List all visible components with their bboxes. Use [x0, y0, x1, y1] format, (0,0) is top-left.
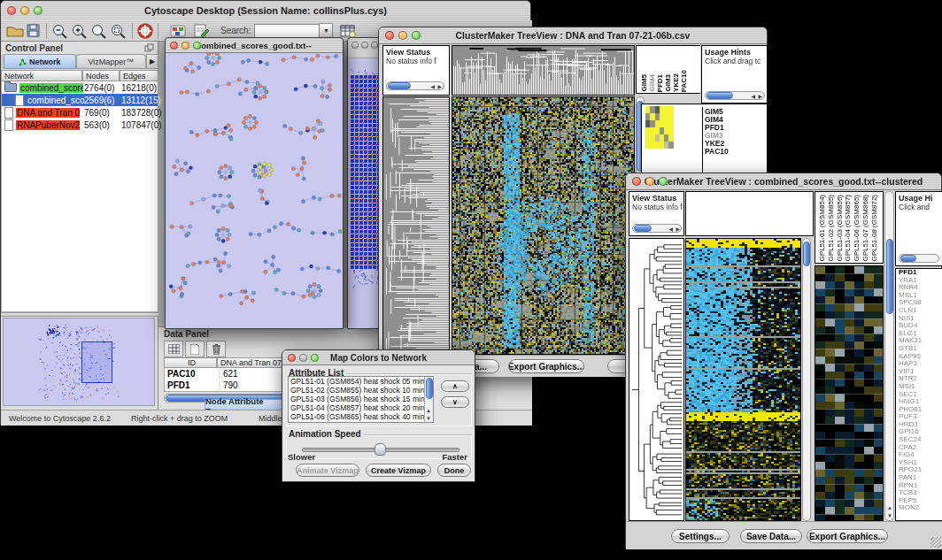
zoom-heatmap-panel[interactable] — [815, 265, 884, 521]
matrix-row-label[interactable]: PAC10 — [703, 148, 768, 156]
column-header-nodes[interactable]: Nodes — [82, 70, 120, 81]
dialog-titlebar[interactable]: Map Colors to Network — [282, 350, 475, 365]
panel-divider[interactable] — [1, 312, 158, 317]
hscroll-thumb[interactable] — [634, 225, 652, 232]
matrix-column-label[interactable]: GIM3 — [664, 74, 672, 92]
slider-thumb[interactable] — [374, 443, 386, 456]
matrix-column-labels[interactable]: GIM5GIM4PFD1GIM3YKE2PAC10 — [636, 45, 700, 94]
attribute-list-item[interactable]: GPL51-01 (GSM854) heat shock 05 min — [289, 377, 433, 386]
network-tree-row[interactable]: combined_sco2569(6)13112(15) — [2, 94, 158, 106]
zoom-window-icon[interactable] — [371, 42, 378, 49]
treeview-window-combined[interactable]: ClusterMaker TreeView : combined_scores_… — [625, 173, 942, 548]
heatmap-panel[interactable] — [452, 96, 635, 355]
map-colors-dialog[interactable]: Map Colors to Network Attribute List GPL… — [282, 349, 475, 482]
network-view-titlebar[interactable]: combined_scores_good.txt--cluste... — [166, 38, 343, 53]
treeview1-titlebar[interactable]: ClusterMaker TreeView : DNA and Tran 07-… — [379, 27, 767, 44]
attribute-list-item[interactable]: GPL51-02 (GSM855) heat shock 10 min — [289, 386, 433, 395]
move-up-button[interactable]: ∧ — [441, 380, 469, 392]
minimize-icon[interactable] — [398, 31, 407, 40]
hscroll-thumb[interactable] — [900, 255, 916, 262]
grid-icon[interactable] — [164, 341, 183, 357]
zoom-window-icon[interactable] — [311, 354, 319, 362]
animation-speed-slider[interactable] — [302, 442, 458, 455]
background-network-window[interactable] — [347, 37, 382, 329]
network-tree-row[interactable]: RNAPuberNov2+563(0)107847(0) — [2, 119, 158, 131]
network-overview[interactable] — [3, 318, 155, 406]
array-column-label[interactable]: GPL51-07 (GSM868) — [861, 195, 869, 262]
close-icon[interactable] — [632, 177, 641, 186]
minimize-icon[interactable] — [299, 354, 307, 362]
save-data-button[interactable]: Save Data... — [740, 529, 802, 543]
attribute-list-item[interactable]: GPL51-03 (GSM856) heat shock 15 min — [289, 395, 433, 403]
minimize-icon[interactable] — [20, 6, 29, 15]
global-vscrollbar[interactable] — [802, 238, 811, 521]
similarity-matrix[interactable] — [645, 106, 674, 149]
main-titlebar[interactable]: Cytoscape Desktop (Session Name: collins… — [1, 1, 530, 21]
zoom-window-icon[interactable] — [34, 6, 42, 15]
zoomview-vscrollbar[interactable]: ▲ ▼ — [884, 191, 894, 521]
export-graphics-button[interactable]: Export Graphics... — [807, 529, 888, 543]
row-dendrogram-panel[interactable] — [382, 96, 450, 355]
attribute-list-item[interactable]: GPL51-07 (GSM868) heat shock 60 min — [289, 421, 433, 423]
column-dendrogram-panel[interactable] — [685, 191, 814, 236]
array-column-label[interactable]: GPL51-06 (GSM865) — [853, 195, 861, 262]
matrix-cell[interactable] — [668, 142, 673, 149]
scroll-right-icon[interactable]: ▶ — [437, 83, 442, 89]
scroll-left-icon[interactable]: ◀ — [668, 226, 673, 232]
zoom-selected-icon[interactable] — [109, 23, 128, 39]
network-tree-row[interactable]: DNA and Tran 07769(0)183728(0) — [2, 106, 158, 119]
gene-label[interactable]: MON2 — [896, 504, 942, 512]
save-session-icon[interactable] — [25, 23, 42, 38]
vizmapper-icon[interactable] — [169, 23, 187, 39]
matrix-column-label[interactable]: YKE2 — [672, 73, 680, 92]
new-doc-icon[interactable] — [185, 341, 205, 357]
column-header-edges[interactable]: Edges — [120, 70, 158, 81]
view-status-hscrollbar[interactable]: ◀ ▶ — [632, 224, 682, 233]
close-icon[interactable] — [351, 42, 359, 49]
attribute-list-item[interactable]: GPL51-06 (GSM865) heat shock 40 min — [289, 412, 433, 421]
matrix-column-label[interactable]: PFD1 — [656, 74, 664, 92]
animate-vizmap-button[interactable]: Animate Vizmap — [296, 464, 359, 477]
minimize-icon[interactable] — [361, 42, 368, 49]
hscroll-thumb[interactable] — [388, 82, 411, 89]
search-dropdown-icon[interactable]: ▼ — [319, 23, 333, 39]
global-heatmap-panel[interactable] — [685, 238, 801, 521]
zoom-window-icon[interactable] — [193, 42, 201, 50]
resize-grip[interactable] — [930, 537, 941, 548]
scroll-down-icon[interactable]: ▼ — [426, 416, 431, 421]
close-icon[interactable] — [170, 42, 178, 50]
open-session-icon[interactable] — [5, 23, 25, 38]
array-column-label[interactable]: GPL51-02 (GSM855) — [827, 195, 835, 262]
array-column-label[interactable]: GPL51-03 (GSM856) — [836, 195, 844, 262]
array-column-label[interactable]: GPL51-01 (GSM854) — [818, 195, 826, 262]
column-header-network[interactable]: Network — [1, 70, 82, 81]
tab-vizmapper[interactable]: VizMapper™ — [76, 54, 147, 69]
move-down-button[interactable]: ∨ — [441, 396, 469, 408]
close-icon[interactable] — [385, 31, 394, 40]
close-icon[interactable] — [288, 354, 296, 362]
tab-overflow-icon[interactable]: ▶ — [146, 54, 158, 69]
minimize-icon[interactable] — [645, 177, 654, 186]
matrix-cell[interactable] — [668, 106, 673, 113]
array-column-label[interactable]: GPL51-04 (GSM857) — [844, 195, 852, 262]
attribute-browser-icon[interactable] — [339, 23, 357, 39]
matrix-cell[interactable] — [668, 113, 673, 120]
minimize-icon[interactable] — [181, 42, 189, 50]
hscroll-thumb[interactable] — [706, 92, 733, 99]
zoom-in-icon[interactable] — [70, 23, 89, 39]
view-status-hscrollbar[interactable]: ◀ ▶ — [386, 81, 444, 90]
row-dendrogram-panel[interactable] — [629, 238, 684, 521]
attribute-listbox[interactable]: GPL51-01 (GSM854) heat shock 05 minGPL51… — [288, 376, 434, 423]
zoom-out-icon[interactable] — [50, 23, 70, 39]
scroll-right-icon[interactable]: ▶ — [676, 226, 680, 232]
close-icon[interactable] — [7, 6, 16, 15]
zoom-window-icon[interactable] — [412, 31, 421, 40]
scroll-up-icon[interactable]: ▲ — [426, 408, 431, 413]
help-icon[interactable] — [136, 23, 154, 39]
settings-button[interactable]: Settings... — [671, 529, 730, 543]
attribute-list-item[interactable]: GPL51-04 (GSM857) heat shock 20 min — [289, 403, 433, 412]
search-input[interactable] — [254, 24, 319, 38]
annotation-icon[interactable] — [192, 23, 210, 39]
array-column-labels[interactable]: GPL51-01 (GSM854)GPL51-02 (GSM855)GPL51-… — [815, 191, 884, 264]
usage-hints-hscrollbar[interactable] — [899, 254, 939, 263]
